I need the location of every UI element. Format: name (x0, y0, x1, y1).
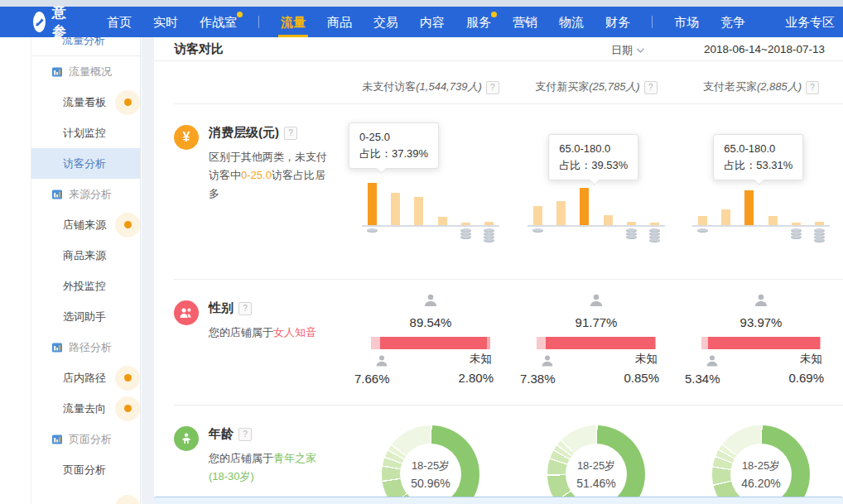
donut-center: 18-25岁46.20% (730, 444, 792, 504)
nav-item[interactable]: 作战室 (200, 7, 237, 37)
unknown-segment (820, 337, 821, 349)
column-header: 支付新买家(25,785人)? (513, 79, 679, 103)
female-percentage: 89.54% (368, 315, 494, 329)
bar[interactable] (533, 206, 542, 225)
sidebar-item[interactable]: 计划监控 (31, 118, 140, 148)
sidebar-item-label: 页面分析 (63, 463, 106, 478)
nav-item[interactable]: 市场 (674, 7, 699, 37)
sidebar-item-label: 来源分析 (69, 187, 112, 202)
date-range-value[interactable]: 2018-06-14~2018-07-13 (704, 43, 825, 55)
browser-edge-strip (0, 0, 843, 7)
help-icon[interactable]: ? (486, 81, 499, 94)
sidebar-item[interactable]: 流量去向 (31, 393, 140, 424)
top-nav: 生意参谋 首页实时作战室流量商品交易内容服务营销物流财务市场竞争业务专区取数学院… (0, 7, 843, 37)
sidebar-item-label: 页面分析 (69, 432, 112, 447)
person-icon (174, 426, 199, 451)
new-badge-dot-icon (115, 396, 140, 421)
bar-chart[interactable]: 0-25.0占比：37.39% (360, 104, 501, 279)
unknown-label: 未知 (635, 352, 658, 367)
bar[interactable] (368, 183, 377, 225)
bar[interactable] (768, 216, 778, 225)
help-icon[interactable]: ? (284, 127, 297, 140)
male-percentage: 7.38% (520, 372, 556, 386)
sidebar-item[interactable]: 流量看板 (31, 87, 140, 118)
male-segment (701, 337, 708, 349)
nav-item[interactable]: 内容 (420, 7, 445, 37)
sidebar-item[interactable]: 访客分析 (31, 148, 140, 179)
nav-item[interactable]: 服务 (466, 7, 491, 37)
gender-stacked-bar[interactable] (701, 337, 821, 349)
chevron-down-icon (637, 48, 644, 53)
female-percentage: 91.77% (533, 315, 659, 329)
sidebar-item[interactable]: 外投监控 (31, 271, 140, 301)
sidebar-section[interactable]: 路径分析 (31, 332, 140, 362)
bar[interactable] (698, 216, 707, 225)
bar[interactable] (438, 217, 447, 225)
nav-item[interactable]: 业务专区 (785, 7, 835, 37)
sidebar-item[interactable]: 店内路径 (31, 362, 140, 393)
bar[interactable] (414, 197, 423, 225)
unknown-percentage: 0.69% (788, 371, 824, 385)
help-icon[interactable]: ? (806, 81, 819, 94)
sidebar-item-label: 流量看板 (63, 95, 106, 110)
app-logo-icon (33, 12, 46, 32)
sidebar-section[interactable]: 流量概况 (31, 56, 140, 87)
unknown-segment (655, 337, 656, 349)
gender-chart-unpaid: 89.54%7.66%未知2.80% (348, 280, 513, 405)
column-count: (25,785人) (589, 80, 639, 93)
gender-stacked-bar[interactable] (371, 337, 490, 349)
bar-chart[interactable]: 65.0-180.0占比：53.31% (691, 104, 831, 279)
sidebar-item[interactable]: 店铺来源 (31, 209, 140, 240)
coin-slot-empty (438, 229, 447, 242)
gender-stacked-bar[interactable] (537, 337, 656, 349)
nav-item[interactable]: 交易 (373, 7, 398, 37)
nav-item[interactable]: 商品 (327, 7, 352, 37)
nav-item[interactable]: 实时 (153, 7, 178, 37)
sidebar-module-title[interactable]: 流量分析 (31, 37, 140, 55)
bar[interactable] (744, 190, 754, 225)
nav-item[interactable]: 竞争 (720, 7, 745, 37)
sidebar-item[interactable]: 选词助手 (31, 301, 140, 332)
bottom-scroll-strip[interactable] (154, 497, 843, 504)
age-row: 年龄 ? 您的店铺属于青年之家(18-30岁) 18-25岁50.96% 18-… (154, 406, 843, 504)
coin-slot-empty (414, 229, 423, 242)
nav-item[interactable]: 物流 (559, 7, 584, 37)
tooltip-ratio: 占比：39.53% (559, 157, 628, 174)
age-donut-chart[interactable]: 18-25岁50.96% (382, 425, 479, 504)
bar[interactable] (580, 188, 589, 225)
age-chart-unpaid: 18-25岁50.96% (348, 406, 513, 504)
bar[interactable] (604, 215, 613, 225)
tooltip-range: 65.0-180.0 (724, 141, 792, 157)
unknown-segment (487, 337, 490, 349)
help-icon[interactable]: ? (238, 302, 252, 315)
help-icon[interactable]: ? (238, 428, 252, 441)
coin-stack-icon (627, 229, 636, 242)
bar[interactable] (721, 209, 730, 225)
consumption-title: 消费层级(元) (209, 125, 279, 141)
tooltip-ratio: 占比：37.39% (359, 146, 428, 162)
age-donut-chart[interactable]: 18-25岁46.20% (712, 425, 810, 504)
bar[interactable] (391, 193, 400, 225)
sidebar-item[interactable]: 页面分析 (31, 454, 140, 485)
sidebar-item[interactable]: 商品来源 (31, 240, 140, 271)
help-icon[interactable]: ? (644, 81, 658, 94)
bar-chart[interactable]: 65.0-180.0占比：39.53% (526, 104, 667, 279)
bar[interactable] (556, 201, 566, 225)
coin-axis-labels (368, 229, 494, 242)
yen-icon: ¥ (174, 125, 199, 150)
sidebar-section[interactable]: 页面分析 (31, 424, 140, 454)
sidebar-section[interactable]: 来源分析 (31, 179, 140, 209)
main-content: 访客对比 日期 2018-06-14~2018-07-13 未支付访客(1,54… (154, 37, 843, 504)
nav-item[interactable]: 财务 (605, 7, 630, 37)
tooltip-range: 0-25.0 (359, 129, 428, 146)
donut-center-value: 51.46% (576, 477, 615, 490)
gender-title: 性别 (209, 300, 234, 316)
nav-item[interactable]: 营销 (513, 7, 537, 37)
gender-row: 性别 ? 您的店铺属于女人知音 89.54%7.66%未知2.80% 91.77… (154, 280, 843, 405)
coin-slot-empty (744, 229, 754, 242)
unknown-label: 未知 (800, 352, 822, 367)
nav-item[interactable]: 流量 (281, 7, 306, 37)
date-filter-dropdown[interactable]: 日期 (611, 43, 644, 58)
age-donut-chart[interactable]: 18-25岁51.46% (547, 425, 645, 504)
nav-item[interactable]: 首页 (107, 7, 132, 37)
